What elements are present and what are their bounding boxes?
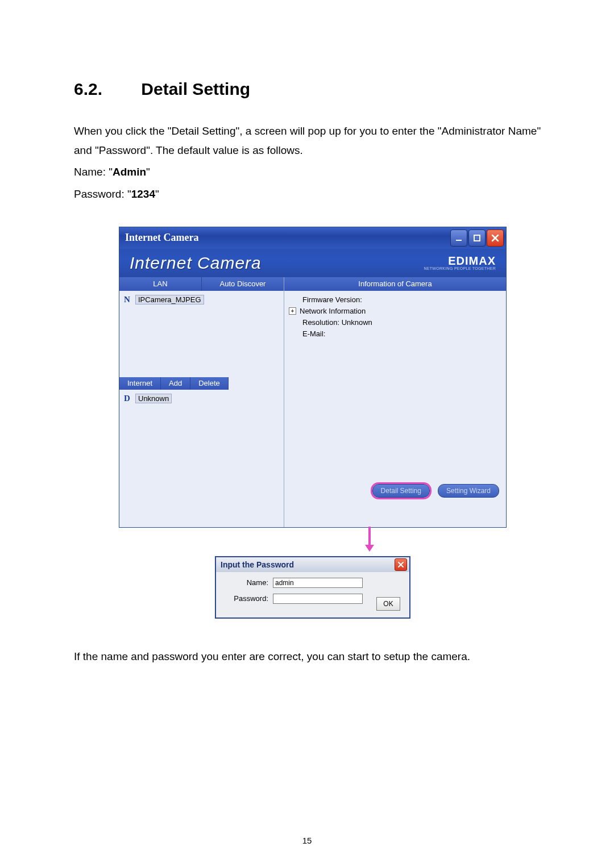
dialog-title: Input the Password bbox=[221, 560, 294, 569]
password-dialog: Input the Password Name: Password: OK bbox=[215, 556, 410, 619]
split-panes: LAN Auto Discover N IPCamera_MJPEG Inter… bbox=[119, 277, 506, 527]
dialog-body: Name: Password: OK bbox=[216, 572, 409, 617]
brand-logo: EDIMAX NETWORKING PEOPLE TOGETHER bbox=[424, 255, 496, 270]
list-item-prefix: D bbox=[124, 394, 132, 403]
section-number: 6.2. bbox=[74, 80, 136, 99]
expand-icon[interactable]: + bbox=[289, 307, 296, 315]
password-field[interactable] bbox=[273, 594, 363, 604]
close-icon bbox=[397, 561, 404, 568]
info-header: Information of Camera bbox=[284, 277, 506, 291]
window-title: Internet Camera bbox=[125, 232, 198, 244]
internet-list: D Unknown bbox=[119, 390, 284, 527]
brand-name: EDIMAX bbox=[424, 255, 496, 266]
list-item-label: Unknown bbox=[135, 394, 172, 403]
svg-rect-0 bbox=[456, 240, 462, 241]
ok-button[interactable]: OK bbox=[376, 597, 400, 611]
callout-arrow bbox=[119, 528, 506, 556]
dialog-titlebar: Input the Password bbox=[216, 557, 409, 572]
name-field[interactable] bbox=[273, 578, 363, 588]
intro-paragraph: When you click the "Detail Setting", a s… bbox=[74, 122, 551, 160]
section-heading: 6.2. Detail Setting bbox=[74, 80, 551, 99]
list-item-prefix: N bbox=[124, 295, 132, 304]
password-row: Password: bbox=[223, 594, 403, 604]
info-header-label: Information of Camera bbox=[284, 277, 506, 291]
info-network[interactable]: + Network Information bbox=[289, 306, 501, 317]
dialog-close-button[interactable] bbox=[395, 558, 407, 571]
default-name-line: Name: "Admin" bbox=[74, 162, 551, 182]
setting-wizard-button[interactable]: Setting Wizard bbox=[438, 484, 499, 498]
auto-discover-tab[interactable]: Auto Discover bbox=[202, 277, 284, 291]
close-button[interactable] bbox=[487, 229, 504, 247]
svg-rect-1 bbox=[474, 235, 480, 241]
info-email: E-Mail: bbox=[289, 328, 501, 340]
lan-header: LAN Auto Discover bbox=[119, 277, 284, 291]
password-label: Password: bbox=[223, 594, 268, 603]
document-page: 6.2. Detail Setting When you click the "… bbox=[0, 0, 614, 868]
left-pane: LAN Auto Discover N IPCamera_MJPEG Inter… bbox=[119, 277, 284, 527]
titlebar: Internet Camera bbox=[119, 227, 506, 249]
list-item[interactable]: D Unknown bbox=[124, 393, 279, 404]
detail-setting-button[interactable]: Detail Setting bbox=[372, 484, 430, 498]
product-name: Internet Camera bbox=[130, 253, 262, 273]
brand-tagline: NETWORKING PEOPLE TOGETHER bbox=[424, 266, 496, 270]
section-title: Detail Setting bbox=[141, 80, 250, 98]
info-area: Firmware Version: + Network Information … bbox=[284, 291, 506, 508]
outro-paragraph: If the name and password you enter are c… bbox=[74, 647, 551, 666]
app-window: Internet Camera Internet Camera EDIMAX N… bbox=[119, 227, 507, 528]
page-number: 15 bbox=[302, 836, 312, 845]
delete-button[interactable]: Delete bbox=[190, 377, 229, 390]
lan-list: N IPCamera_MJPEG bbox=[119, 291, 284, 377]
internet-tab[interactable]: Internet bbox=[119, 377, 161, 390]
info-firmware: Firmware Version: bbox=[289, 294, 501, 306]
add-button[interactable]: Add bbox=[161, 377, 190, 390]
banner: Internet Camera EDIMAX NETWORKING PEOPLE… bbox=[119, 249, 506, 277]
minimize-icon bbox=[454, 233, 463, 243]
info-resolution: Resolution: Unknown bbox=[289, 317, 501, 328]
internet-subheader: Internet Add Delete bbox=[119, 377, 284, 390]
default-password-line: Password: "1234" bbox=[74, 185, 551, 204]
name-label: Name: bbox=[223, 578, 268, 587]
name-row: Name: bbox=[223, 578, 403, 588]
right-pane: Information of Camera Firmware Version: … bbox=[284, 277, 506, 527]
list-item-label: IPCamera_MJPEG bbox=[135, 295, 204, 304]
lan-tab[interactable]: LAN bbox=[119, 277, 202, 291]
minimize-button[interactable] bbox=[450, 229, 467, 247]
list-item[interactable]: N IPCamera_MJPEG bbox=[124, 294, 279, 306]
close-icon bbox=[491, 233, 500, 243]
window-controls bbox=[450, 229, 504, 247]
maximize-button[interactable] bbox=[468, 229, 486, 247]
bottom-buttons: Detail Setting Setting Wizard bbox=[372, 484, 499, 498]
maximize-icon bbox=[472, 233, 482, 243]
